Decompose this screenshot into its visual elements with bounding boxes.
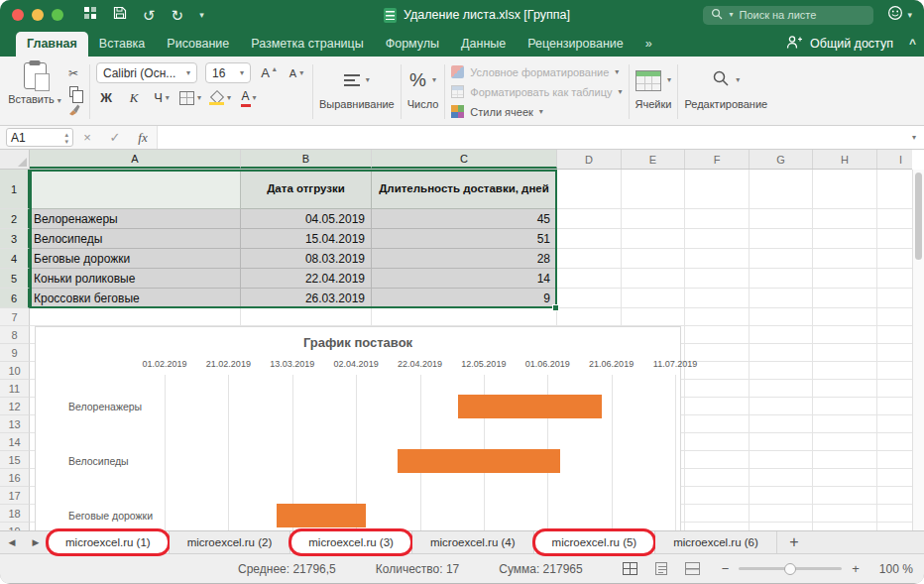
cell-I12[interactable] [877, 398, 912, 415]
cell-F1[interactable] [685, 170, 750, 209]
cell-E5[interactable] [622, 269, 685, 289]
column-header-G[interactable]: G [750, 150, 813, 169]
add-sheet-button[interactable]: + [777, 531, 811, 553]
cell-D1[interactable] [557, 170, 622, 209]
cell-F11[interactable] [685, 380, 750, 398]
row-header-10[interactable]: 10 [0, 362, 30, 380]
increase-font-button[interactable]: А▴ [259, 62, 279, 83]
sheet-tab-6[interactable]: microexcel.ru (6) [655, 531, 777, 553]
search-input[interactable]: ▾ Поиск на листе [703, 6, 873, 25]
cell-H10[interactable] [813, 362, 877, 380]
cancel-entry-button[interactable]: × [73, 130, 101, 145]
cell-H8[interactable] [813, 326, 877, 344]
cell-B5[interactable]: 22.04.2019 [241, 269, 372, 289]
cell-F17[interactable] [685, 487, 750, 505]
cell-G15[interactable] [750, 451, 813, 469]
undo-button[interactable]: ↺ [143, 8, 156, 23]
cell-D2[interactable] [557, 209, 622, 229]
chart-bar[interactable] [398, 449, 560, 473]
italic-button[interactable]: К [124, 87, 144, 108]
tab-Данные[interactable]: Данные [450, 32, 517, 57]
zoom-out-button[interactable]: − [722, 561, 730, 576]
fill-color-button[interactable]: ▾ [209, 87, 231, 108]
chart-bar[interactable] [458, 395, 602, 418]
cell-I16[interactable] [877, 469, 912, 487]
cell-I18[interactable] [877, 505, 912, 523]
cell-H3[interactable] [813, 229, 877, 249]
cell-I2[interactable] [877, 209, 912, 229]
paste-button[interactable]: Вставить ▾ [8, 60, 61, 123]
cut-button[interactable]: ✂ [63, 65, 83, 80]
tab-Рисование[interactable]: Рисование [156, 32, 240, 57]
cell-C6[interactable]: 9 [372, 289, 557, 308]
cell-D6[interactable] [557, 289, 622, 308]
prev-sheet-button[interactable]: ◀ [0, 531, 24, 553]
cell-G6[interactable] [750, 289, 813, 308]
cell-I14[interactable] [877, 433, 912, 451]
cell-B7[interactable] [241, 308, 372, 326]
normal-view-button[interactable] [623, 562, 637, 575]
cell-E3[interactable] [622, 229, 685, 249]
sheet-tab-5[interactable]: microexcel.ru (5) [534, 531, 656, 553]
cell-I17[interactable] [877, 487, 912, 505]
cell-G2[interactable] [750, 209, 813, 229]
conditional-formatting-button[interactable]: Условное форматирование ▾ [451, 63, 622, 80]
cell-I19[interactable] [877, 523, 912, 530]
name-box[interactable]: A1 ▴ ▾ [6, 128, 73, 147]
cell-C2[interactable]: 45 [372, 209, 557, 229]
share-button[interactable]: Общий доступ [785, 35, 893, 52]
cell-G18[interactable] [750, 505, 813, 523]
cell-H17[interactable] [813, 487, 877, 505]
cell-F3[interactable] [685, 229, 750, 249]
editing-button[interactable]: ▾ [712, 64, 740, 96]
sheet-tab-3[interactable]: microexcel.ru (3) [290, 531, 412, 553]
row-header-9[interactable]: 9 [0, 344, 30, 362]
cell-D5[interactable] [557, 269, 622, 289]
select-all-button[interactable] [0, 150, 30, 169]
cell-H18[interactable] [813, 505, 877, 523]
view-switcher-icon[interactable] [83, 6, 97, 24]
collapse-ribbon-button[interactable]: ^ [909, 37, 916, 51]
page-layout-view-button[interactable] [655, 562, 667, 575]
cell-E1[interactable] [622, 170, 685, 209]
row-header-1[interactable]: 1 [0, 170, 30, 209]
copy-button[interactable] [63, 84, 83, 99]
tab-Формулы[interactable]: Формулы [375, 32, 450, 57]
cell-I7[interactable] [877, 308, 912, 326]
cell-F8[interactable] [685, 326, 750, 344]
cell-H15[interactable] [813, 451, 877, 469]
cell-F5[interactable] [685, 269, 750, 289]
underline-button[interactable]: Ч ▾ [152, 87, 172, 108]
cell-I6[interactable] [877, 289, 912, 308]
row-header-12[interactable]: 12 [0, 398, 30, 415]
cell-H1[interactable] [813, 170, 877, 209]
cells-button[interactable]: ▾ [635, 64, 671, 96]
vertical-scrollbar-thumb[interactable] [915, 173, 922, 260]
row-header-5[interactable]: 5 [0, 269, 30, 289]
cell-H6[interactable] [813, 289, 877, 308]
cell-I9[interactable] [877, 344, 912, 362]
font-color-button[interactable]: А ▾ [239, 87, 259, 108]
cell-F13[interactable] [685, 415, 750, 433]
cell-E2[interactable] [622, 209, 685, 229]
cell-C5[interactable]: 14 [372, 269, 557, 289]
cell-C3[interactable]: 51 [372, 229, 557, 249]
column-header-A[interactable]: A [30, 150, 241, 169]
cell-F4[interactable] [685, 249, 750, 269]
confirm-entry-button[interactable]: ✓ [101, 130, 129, 145]
cell-F15[interactable] [685, 451, 750, 469]
vertical-scrollbar[interactable] [912, 170, 924, 530]
feedback-button[interactable]: ▾ [887, 5, 912, 25]
row-header-19[interactable]: 19 [0, 523, 30, 530]
cell-I5[interactable] [877, 269, 912, 289]
column-header-B[interactable]: B [241, 150, 372, 169]
chart-bar[interactable] [277, 504, 366, 527]
cell-H16[interactable] [813, 469, 877, 487]
cell-F19[interactable] [685, 523, 750, 530]
column-header-E[interactable]: E [622, 150, 685, 169]
cell-I3[interactable] [877, 229, 912, 249]
more-tabs-button[interactable]: » [635, 32, 663, 57]
cell-G3[interactable] [750, 229, 813, 249]
cell-F6[interactable] [685, 289, 750, 308]
row-header-13[interactable]: 13 [0, 415, 30, 433]
